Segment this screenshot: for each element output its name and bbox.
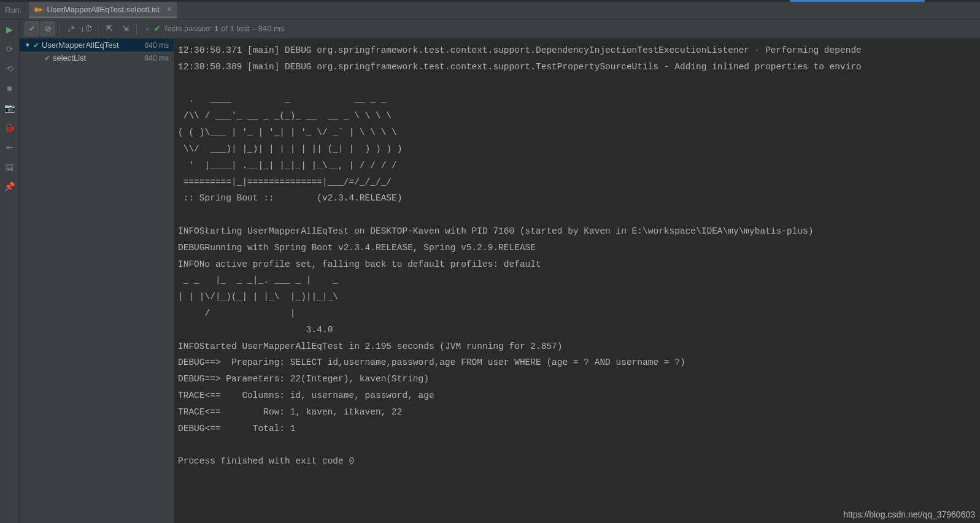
rerun-button[interactable]: ▶ (4, 24, 15, 35)
run-label: Run: (5, 6, 21, 15)
toolbar-separator (59, 23, 60, 35)
rerun-failed-button[interactable]: ⟲ (4, 63, 15, 74)
check-icon: ✔ (154, 24, 161, 33)
sort-duration-button[interactable]: ↓⏱ (79, 21, 94, 36)
bug-icon[interactable]: 🐞 (4, 122, 15, 133)
main-area: ▶ ⟳ ⟲ ■ 📷 🐞 ⇤ ▤ 📌 ✔ ⊘ ↓ᵃ ↓⏱ ⇱ ⇲ » ✔ Test… (0, 19, 980, 523)
tab-title: UserMapperAllEqTest.selectList (47, 5, 160, 14)
sort-alpha-button[interactable]: ↓ᵃ (63, 21, 78, 36)
tree-child-row[interactable]: ✔ selectList 840 ms (20, 52, 174, 64)
tab-selected[interactable]: ◆▸ UserMapperAllEqTest.selectList × (29, 2, 177, 18)
tests-passed-mid: of 1 test (218, 24, 249, 33)
tests-passed-time: – 840 ms (249, 24, 284, 33)
toolbar-separator (136, 23, 137, 35)
layout-button[interactable]: ▤ (4, 161, 15, 172)
left-gutter: ▶ ⟳ ⟲ ■ 📷 🐞 ⇤ ▤ 📌 (0, 19, 20, 523)
tree-child-name: selectList (53, 53, 86, 63)
chevron-right-icon: » (145, 25, 149, 32)
chevron-down-icon[interactable]: ▼ (25, 42, 31, 48)
stop-button[interactable]: ■ (4, 83, 15, 94)
toolbar-separator (98, 23, 98, 35)
tree-root-row[interactable]: ▼ ✔ UserMapperAllEqTest 840 ms (20, 39, 174, 52)
panes: ▼ ✔ UserMapperAllEqTest 840 ms ✔ selectL… (20, 39, 980, 523)
test-tree[interactable]: ▼ ✔ UserMapperAllEqTest 840 ms ✔ selectL… (20, 39, 174, 523)
dump-threads-button[interactable]: 📷 (4, 102, 15, 113)
tab-row: Run: ◆▸ UserMapperAllEqTest.selectList × (0, 2, 980, 19)
test-toolbar: ✔ ⊘ ↓ᵃ ↓⏱ ⇱ ⇲ » ✔ Tests passed: 1 of 1 t… (20, 19, 980, 39)
exit-icon[interactable]: ⇤ (4, 142, 15, 153)
show-ignored-button[interactable]: ⊘ (41, 21, 55, 36)
top-accent-bar (0, 0, 980, 2)
check-icon: ✔ (44, 54, 50, 63)
content-area: ✔ ⊘ ↓ᵃ ↓⏱ ⇱ ⇲ » ✔ Tests passed: 1 of 1 t… (20, 19, 980, 523)
check-icon: ✔ (33, 41, 39, 50)
tab-run-config-icon: ◆▸ (34, 5, 43, 13)
close-icon[interactable]: × (167, 4, 172, 14)
tree-root-name: UserMapperAllEqTest (42, 40, 119, 50)
toggle-auto-test-button[interactable]: ⟳ (4, 44, 15, 55)
watermark: https://blog.csdn.net/qq_37960603 (843, 510, 975, 519)
expand-all-button[interactable]: ⇱ (102, 21, 117, 36)
collapse-all-button[interactable]: ⇲ (118, 21, 133, 36)
console-output[interactable]: 12:30:50.371 [main] DEBUG org.springfram… (174, 39, 980, 523)
tree-root-time: 840 ms (145, 41, 169, 50)
pin-button[interactable]: 📌 (4, 181, 15, 192)
tree-child-time: 840 ms (145, 54, 169, 63)
tests-passed-prefix: Tests passed: (163, 24, 214, 33)
tests-passed-status: ✔ Tests passed: 1 of 1 test – 840 ms (154, 24, 284, 33)
show-passed-button[interactable]: ✔ (25, 21, 39, 36)
